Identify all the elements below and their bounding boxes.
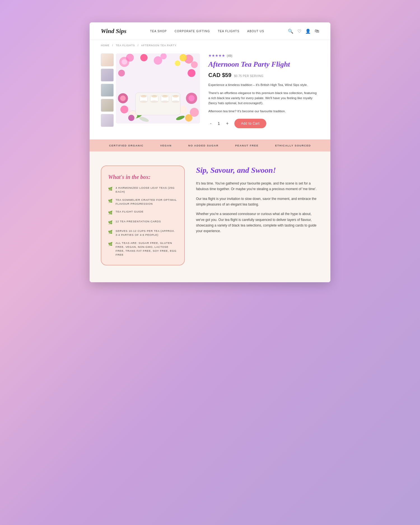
box-icon-4: 🌿	[108, 229, 113, 235]
box-list-item-3: 🌿 12 TEA PRESENTATION CARDS	[108, 220, 178, 225]
product-title: Afternoon Tea Party Flight	[208, 60, 319, 69]
badges-bar: CERTIFIED ORGANIC VEGAN NO ADDED SUGAR P…	[90, 139, 330, 151]
svg-point-38	[188, 95, 195, 101]
main-nav: TEA SHOP CORPORATE GIFTING TEA FLIGHTS A…	[150, 30, 264, 33]
logo: Wind Sips	[101, 27, 127, 35]
svg-point-30	[150, 101, 158, 103]
badge-ethically-sourced: ETHICALLY SOURCED	[275, 144, 311, 147]
search-icon[interactable]: 🔍	[288, 29, 293, 34]
story-title: Sip, Savour, and Swoon!	[196, 165, 319, 175]
product-price: CAD $59 $0.75 PER SERVING	[208, 72, 319, 78]
product-images	[101, 53, 200, 128]
add-to-cart-row: - 1 + Add to Cart	[208, 119, 319, 128]
thumbnail-1[interactable]	[101, 53, 114, 66]
box-icon-0: 🌿	[108, 186, 113, 192]
nav-corporate-gifting[interactable]: CORPORATE GIFTING	[175, 30, 210, 33]
thumbnail-column	[101, 53, 114, 128]
page-wrapper: Wind Sips TEA SHOP CORPORATE GIFTING TEA…	[90, 22, 330, 282]
box-list-item-0: 🌿 4 HARMONIZED LOOSE LEAF TEAS (25G EACH…	[108, 186, 178, 194]
box-icon-1: 🌿	[108, 198, 113, 204]
product-desc-2: There's an effortless elegance to this p…	[208, 90, 319, 106]
svg-point-35	[120, 106, 128, 113]
box-item-text-3: 12 TEA PRESENTATION CARDS	[116, 220, 161, 223]
box-icon-3: 🌿	[108, 220, 113, 225]
thumbnail-2[interactable]	[101, 69, 114, 81]
header: Wind Sips TEA SHOP CORPORATE GIFTING TEA…	[90, 22, 330, 40]
svg-point-28	[172, 95, 179, 97]
box-item-text-0: 4 HARMONIZED LOOSE LEAF TEAS (25G EACH)	[116, 186, 178, 194]
box-item-text-2: TEA FLIGHT GUIDE	[116, 210, 144, 214]
story-para-3: Whether you're a seasoned connoisseur or…	[196, 211, 319, 234]
story-para-2: Our tea flight is your invitation to slo…	[196, 196, 319, 207]
svg-point-32	[172, 101, 179, 103]
breadcrumb-sep1: /	[112, 44, 113, 47]
nav-tea-shop[interactable]: TEA SHOP	[150, 30, 167, 33]
main-product-image	[116, 53, 200, 123]
quantity-control: - 1 +	[208, 120, 230, 127]
content-section: What's in the box: 🌿 4 HARMONIZED LOOSE …	[90, 151, 330, 282]
user-icon[interactable]: 👤	[305, 29, 311, 34]
cart-icon[interactable]: 🛍	[315, 29, 319, 34]
story-section: Sip, Savour, and Swoon! It's tea time. Y…	[196, 165, 319, 265]
svg-point-2	[122, 59, 127, 65]
box-contents-card: What's in the box: 🌿 4 HARMONIZED LOOSE …	[101, 165, 185, 265]
box-item-text-5: ALL TEAS ARE: SUGAR FREE, GLUTEN FREE, V…	[116, 241, 178, 257]
price-per-serving: $0.75 PER SERVING	[234, 74, 263, 78]
thumbnail-3[interactable]	[101, 84, 114, 97]
box-item-text-4: SERVES 10-12 CUPS PER TEA (APPROX. 3-4 P…	[116, 229, 178, 237]
svg-point-16	[140, 54, 148, 61]
badge-no-added-sugar: NO ADDED SUGAR	[188, 144, 218, 147]
svg-point-3	[126, 54, 134, 62]
breadcrumb-home[interactable]: HOME	[101, 44, 109, 47]
svg-point-26	[162, 95, 168, 97]
product-rating: ★★★★★ (49)	[208, 53, 319, 58]
box-icon-5: 🌿	[108, 241, 113, 247]
svg-point-22	[141, 95, 147, 97]
nav-tea-flights[interactable]: TEA FLIGHTS	[218, 30, 239, 33]
rating-stars: ★★★★★	[208, 53, 225, 58]
thumbnail-4[interactable]	[101, 99, 114, 112]
svg-point-5	[191, 61, 198, 68]
svg-point-15	[160, 53, 167, 59]
breadcrumb: HOME / TEA FLIGHTS / AFTERNOON TEA PARTY	[90, 40, 330, 51]
svg-point-8	[179, 54, 187, 61]
product-section: ★★★★★ (49) Afternoon Tea Party Flight CA…	[90, 51, 330, 139]
badge-vegan: VEGAN	[160, 144, 172, 147]
heart-icon[interactable]: ♡	[297, 29, 301, 34]
add-to-cart-button[interactable]: Add to Cart	[234, 119, 266, 128]
svg-point-36	[128, 115, 134, 121]
product-desc-3: Afternoon tea time? It's become our favo…	[208, 109, 319, 114]
svg-point-24	[151, 95, 157, 97]
svg-point-40	[120, 95, 126, 101]
box-list-item-2: 🌿 TEA FLIGHT GUIDE	[108, 210, 178, 216]
svg-point-9	[175, 60, 180, 66]
breadcrumb-sep2: /	[137, 44, 139, 47]
nav-about-us[interactable]: ABOUT US	[247, 30, 264, 33]
badge-certified-organic: CERTIFIED ORGANIC	[109, 144, 144, 147]
thumbnail-5[interactable]	[101, 114, 114, 127]
badge-peanut-free: PEANUT FREE	[235, 144, 259, 147]
qty-minus-button[interactable]: -	[208, 120, 213, 127]
box-list-item-4: 🌿 SERVES 10-12 CUPS PER TEA (APPROX. 3-4…	[108, 229, 178, 237]
box-list-item-1: 🌿 TEA SOMMELIER CRAFTED FOR OPTIMAL FLAV…	[108, 198, 178, 206]
header-icons: 🔍 ♡ 👤 🛍	[288, 29, 319, 34]
product-desc-1: Experience a timeless tradition – it's B…	[208, 82, 319, 87]
svg-point-6	[118, 70, 125, 76]
box-contents-list: 🌿 4 HARMONIZED LOOSE LEAF TEAS (25G EACH…	[108, 186, 178, 257]
svg-point-31	[161, 101, 169, 103]
box-icon-2: 🌿	[108, 210, 113, 216]
box-list-item-5: 🌿 ALL TEAS ARE: SUGAR FREE, GLUTEN FREE,…	[108, 241, 178, 257]
breadcrumb-tea-flights[interactable]: TEA FLIGHTS	[116, 44, 135, 47]
product-info: ★★★★★ (49) Afternoon Tea Party Flight CA…	[208, 53, 319, 128]
product-image-svg	[116, 53, 200, 123]
qty-value: 1	[216, 121, 221, 126]
review-count: (49)	[227, 54, 232, 57]
story-para-1: It's tea time. You've gathered your favo…	[196, 181, 319, 192]
box-contents-title: What's in the box:	[108, 174, 178, 180]
breadcrumb-current: AFTERNOON TEA PARTY	[141, 44, 177, 47]
qty-plus-button[interactable]: +	[224, 120, 230, 127]
svg-point-7	[188, 69, 195, 77]
price-main: CAD $59	[208, 72, 231, 78]
box-item-text-1: TEA SOMMELIER CRAFTED FOR OPTIMAL FLAVOU…	[116, 198, 178, 206]
svg-point-34	[185, 114, 192, 122]
